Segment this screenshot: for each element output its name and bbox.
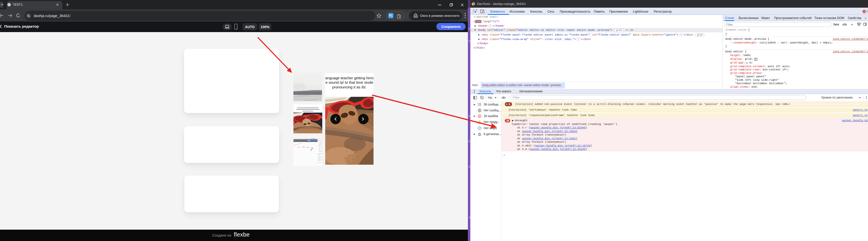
svg-text:@meme: @meme	[315, 114, 320, 115]
svg-text:Array.fo: Array.fo	[318, 148, 322, 149]
svg-text:13:16932: 13:16932	[318, 142, 322, 143]
svg-text:swiper-bnd: swiper-bnd	[318, 137, 322, 138]
svg-text:emit X.A: emit X.A	[318, 145, 322, 146]
svg-text:anonymous: anonymous	[319, 151, 322, 152]
svg-text:swiper.js: swiper.js	[319, 144, 322, 145]
svg-text:min.js?v: min.js?v	[319, 149, 322, 150]
svg-text:v847:13: v847:13	[319, 146, 322, 147]
svg-text:bundle.min: bundle.min	[318, 140, 322, 141]
svg-text:Violation: Violation	[318, 153, 322, 154]
svg-text:request51: request51	[318, 159, 322, 160]
svg-text:handler t: handler t	[318, 154, 322, 155]
svg-text:forEach an: forEach an	[319, 141, 322, 142]
svg-text:Timeout h: Timeout h	[318, 157, 322, 158]
svg-text:frame ha: frame ha	[318, 160, 321, 161]
svg-text:16734 at: 16734 at	[318, 150, 322, 151]
svg-text:passive e: passive e	[318, 162, 322, 163]
svg-text:at X.r swi: at X.r swi	[318, 139, 322, 140]
svg-text:72ms set: 72ms set	[318, 156, 321, 157]
